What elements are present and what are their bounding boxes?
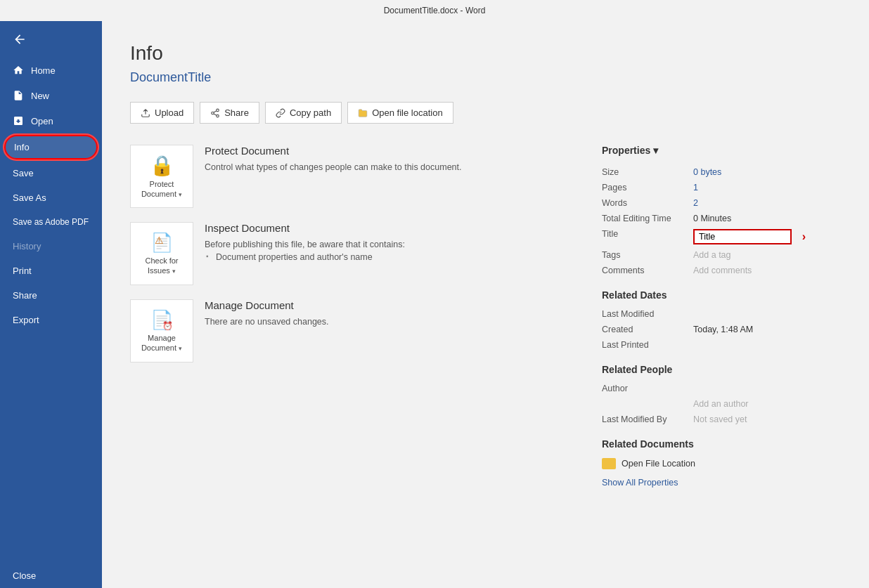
protect-document-button[interactable]: 🔒 ProtectDocument ▾ (130, 145, 193, 208)
properties-panel: Properties ▾ Size 0 bytes Pages 1 Words … (602, 145, 841, 488)
prop-comments-value[interactable]: Add comments (693, 266, 841, 275)
svg-point-1 (212, 112, 214, 115)
protect-document-title: Protect Document (205, 145, 462, 157)
show-all-properties-link[interactable]: Show All Properties (602, 478, 841, 488)
open-file-location-button[interactable]: Open file location (347, 102, 453, 124)
inspect-document-title: Inspect Document (205, 222, 405, 234)
prop-created-label: Created (602, 325, 693, 334)
protect-icon-label: ProtectDocument ▾ (141, 180, 182, 198)
prop-size-label: Size (602, 167, 693, 177)
sections-left: 🔒 ProtectDocument ▾ Protect Document Con… (130, 145, 581, 488)
prop-size-value: 0 bytes (693, 167, 841, 177)
properties-dropdown-arrow: ▾ (653, 145, 658, 156)
copy-path-button[interactable]: Copy path (265, 102, 342, 124)
prop-words: Words 2 (602, 195, 841, 211)
prop-last-modified: Last Modified (602, 306, 841, 322)
properties-header[interactable]: Properties ▾ (602, 145, 841, 156)
upload-label: Upload (155, 107, 184, 118)
prop-add-author-value[interactable]: Add an author (693, 399, 841, 409)
svg-point-2 (217, 115, 219, 117)
prop-tags-label: Tags (602, 250, 693, 260)
related-dates-title: Related Dates (602, 289, 841, 301)
open-file-location-text: Open File Location (622, 459, 695, 469)
prop-pages: Pages 1 (602, 180, 841, 195)
prop-last-modified-label: Last Modified (602, 309, 693, 319)
prop-created-value: Today, 1:48 AM (693, 325, 841, 334)
prop-editing-time-label: Total Editing Time (602, 214, 693, 223)
protect-document-text: Protect Document Control what types of c… (205, 145, 462, 175)
prop-last-modified-by-label: Last Modified By (602, 414, 693, 424)
prop-title-input[interactable] (693, 229, 792, 244)
prop-comments-label: Comments (602, 266, 693, 275)
related-documents-title: Related Documents (602, 438, 841, 450)
prop-comments: Comments Add comments (602, 263, 841, 278)
prop-pages-label: Pages (602, 183, 693, 192)
prop-words-label: Words (602, 198, 693, 208)
prop-pages-value: 1 (693, 183, 841, 192)
prop-last-modified-by-value: Not saved yet (693, 414, 841, 424)
sidebar-label-share: Share (13, 290, 37, 301)
prop-editing-time-value: 0 Minutes (693, 214, 841, 223)
prop-tags-value[interactable]: Add a tag (693, 250, 841, 260)
sidebar-item-history[interactable]: History (0, 234, 102, 259)
prop-title: Title › (602, 226, 841, 247)
sidebar-item-print[interactable]: Print (0, 259, 102, 283)
svg-line-3 (214, 113, 217, 115)
prop-author-value (693, 384, 841, 393)
prop-add-author-label (602, 399, 693, 409)
inspect-document-bullets: Document properties and author's name (205, 252, 405, 262)
page-title: Info (130, 42, 841, 65)
sidebar-item-save[interactable]: Save (0, 161, 102, 185)
sidebar-label-info: Info (14, 142, 30, 152)
prop-last-printed-value (693, 340, 841, 350)
manage-document-card: 📄 ⏰ ManageDocument ▾ Manage Document The… (130, 299, 581, 362)
sidebar-item-export[interactable]: Export (0, 308, 102, 332)
inspect-document-card: 📄 ⚠ Check forIssues ▾ Inspect Document B… (130, 222, 581, 285)
sidebar-label-print: Print (13, 266, 32, 276)
folder-icon (602, 458, 616, 469)
manage-document-button[interactable]: 📄 ⏰ ManageDocument ▾ (130, 299, 193, 362)
share-button[interactable]: Share (200, 102, 259, 124)
prop-last-modified-by: Last Modified By Not saved yet (602, 412, 841, 427)
info-sections: 🔒 ProtectDocument ▾ Protect Document Con… (130, 145, 841, 488)
manage-icon-label: ManageDocument ▾ (141, 334, 182, 352)
protect-document-desc: Control what types of changes people can… (205, 162, 462, 172)
sidebar-label-save: Save (13, 168, 34, 178)
main-container: Home New Open Info Save Save As Save as … (0, 21, 869, 588)
back-button[interactable] (0, 21, 102, 58)
prop-last-modified-value (693, 309, 841, 319)
upload-button[interactable]: Upload (130, 102, 194, 124)
prop-size: Size 0 bytes (602, 164, 841, 180)
sidebar: Home New Open Info Save Save As Save as … (0, 21, 102, 588)
share-label: Share (224, 107, 249, 118)
protect-document-card: 🔒 ProtectDocument ▾ Protect Document Con… (130, 145, 581, 208)
sidebar-item-save-adobe[interactable]: Save as Adobe PDF (0, 210, 102, 234)
copy-path-label: Copy path (290, 107, 331, 118)
show-all-properties-label: Show All Properties (602, 478, 678, 488)
sidebar-label-close: Close (13, 570, 36, 581)
svg-line-4 (214, 110, 217, 112)
sidebar-label-export: Export (13, 315, 39, 325)
sidebar-label-home: Home (31, 65, 56, 76)
prop-title-label: Title (602, 229, 693, 244)
manage-document-desc: There are no unsaved changes. (205, 317, 329, 327)
prop-editing-time: Total Editing Time 0 Minutes (602, 211, 841, 226)
properties-title: Properties (602, 145, 650, 156)
inspect-bullet-1: Document properties and author's name (205, 252, 405, 262)
sidebar-item-new[interactable]: New (0, 83, 102, 108)
open-file-location-link[interactable]: Open File Location (602, 455, 841, 472)
sidebar-item-close[interactable]: Close (0, 563, 102, 588)
sidebar-item-save-as[interactable]: Save As (0, 185, 102, 210)
prop-tags: Tags Add a tag (602, 247, 841, 263)
inspect-document-button[interactable]: 📄 ⚠ Check forIssues ▾ (130, 222, 193, 285)
sidebar-item-open[interactable]: Open (0, 108, 102, 133)
inspect-document-text: Inspect Document Before publishing this … (205, 222, 405, 262)
sidebar-label-new: New (31, 91, 49, 101)
action-buttons: Upload Share Copy path Open file locatio… (130, 102, 841, 124)
content-area: Info DocumentTitle Upload Share Copy pat… (102, 21, 869, 588)
sidebar-label-save-as: Save As (13, 192, 46, 203)
sidebar-item-share[interactable]: Share (0, 283, 102, 308)
prop-last-printed: Last Printed (602, 337, 841, 353)
sidebar-item-info[interactable]: Info (4, 135, 98, 159)
sidebar-item-home[interactable]: Home (0, 58, 102, 83)
